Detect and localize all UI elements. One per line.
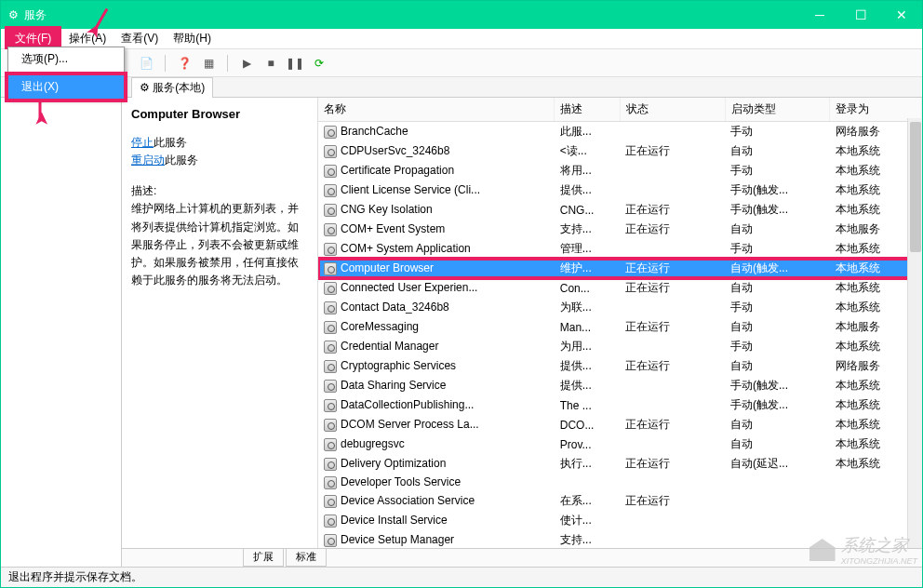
export-button[interactable]: 📄: [137, 54, 155, 73]
table-row[interactable]: Delivery Optimization执行...正在运行自动(延迟...本地…: [318, 454, 922, 474]
stop-button[interactable]: ■: [261, 54, 280, 73]
svc-startup: 自动: [725, 356, 830, 376]
gear-icon: [324, 534, 337, 547]
table-row[interactable]: Connected User Experien...Con...正在运行自动本地…: [318, 278, 922, 298]
help-button[interactable]: ❓: [175, 54, 194, 73]
gear-icon: [324, 243, 337, 256]
svc-desc: 此服...: [555, 122, 620, 142]
grid-button[interactable]: ▦: [199, 54, 218, 73]
table-row[interactable]: COM+ Event System支持...正在运行自动本地服务: [318, 220, 922, 239]
svc-name: Delivery Optimization: [341, 457, 446, 470]
gear-icon: [324, 165, 337, 178]
table-row[interactable]: Device Association Service在系...正在运行: [318, 491, 922, 511]
table-row[interactable]: CoreMessagingMan...正在运行自动本地服务: [318, 317, 922, 337]
table-row[interactable]: Credential Manager为用...手动本地系统: [318, 337, 922, 356]
svc-name: DataCollectionPublishing...: [341, 398, 474, 411]
table-row[interactable]: Computer Browser维护...正在运行自动(触发...本地系统: [318, 259, 922, 278]
close-button[interactable]: ✕: [889, 7, 915, 22]
svc-startup: 手动: [725, 239, 830, 259]
svc-startup: 手动: [725, 161, 830, 180]
svc-desc: The ...: [555, 395, 620, 415]
svc-status: [620, 298, 725, 317]
gear-icon: [324, 282, 337, 295]
table-row[interactable]: Data Sharing Service提供...手动(触发...本地系统: [318, 376, 922, 395]
menu-options[interactable]: 选项(P)...: [8, 47, 124, 71]
table-row[interactable]: Client License Service (Cli...提供...手动(触发…: [318, 180, 922, 200]
svc-status: 正在运行: [620, 141, 725, 161]
gear-icon: [324, 341, 337, 354]
gear-icon: [324, 399, 337, 412]
table-row[interactable]: DataCollectionPublishing...The ...手动(触发.…: [318, 395, 922, 415]
svc-startup: 自动: [725, 415, 830, 434]
svc-status: [620, 337, 725, 356]
svc-status: [620, 376, 725, 395]
detail-title: Computer Browser: [131, 105, 308, 125]
tab-standard[interactable]: 标准: [286, 549, 327, 567]
col-startup[interactable]: 启动类型: [725, 98, 830, 122]
svc-desc: 提供...: [555, 180, 620, 200]
table-row[interactable]: Cryptographic Services提供...正在运行自动网络服务: [318, 356, 922, 376]
svc-desc: Con...: [555, 278, 620, 298]
gear-icon: [324, 126, 337, 139]
svc-name: Connected User Experien...: [341, 281, 477, 294]
table-row[interactable]: COM+ System Application管理...手动本地系统: [318, 239, 922, 259]
maximize-button[interactable]: ☐: [848, 7, 874, 22]
svc-startup: 手动: [725, 298, 830, 317]
services-icon: ⚙: [8, 8, 19, 21]
svc-status: [620, 395, 725, 415]
svc-desc: 提供...: [555, 376, 620, 395]
svc-status: 正在运行: [620, 220, 725, 239]
svc-desc: 为用...: [555, 337, 620, 356]
svc-name: BranchCache: [341, 125, 408, 138]
toolbar: 📄 ❓ ▦ ▶ ■ ❚❚ ⟳: [1, 49, 922, 77]
bottom-tabs: 扩展 标准: [122, 548, 922, 567]
gear-icon: ⚙: [140, 81, 150, 94]
svc-desc: 在系...: [555, 491, 620, 511]
svc-name: Device Setup Manager: [341, 533, 454, 546]
table-row[interactable]: Developer Tools Service: [318, 474, 922, 491]
svc-startup: [725, 530, 830, 548]
col-status[interactable]: 状态: [620, 98, 725, 122]
minimize-button[interactable]: ─: [807, 7, 833, 22]
svc-desc: 提供...: [555, 356, 620, 376]
gear-icon: [324, 514, 337, 528]
svc-status: 正在运行: [620, 278, 725, 298]
table-row[interactable]: CDPUserSvc_3246b8<读...正在运行自动本地系统: [318, 141, 922, 161]
svc-startup: 手动(触发...: [725, 200, 830, 220]
table-row[interactable]: Contact Data_3246b8为联...手动本地系统: [318, 298, 922, 317]
svc-status: 正在运行: [620, 415, 725, 434]
svc-name: Computer Browser: [341, 261, 434, 274]
svc-desc: Man...: [555, 317, 620, 337]
menu-view[interactable]: 查看(V): [114, 29, 166, 48]
service-list[interactable]: 名称 描述 状态 启动类型 登录为 BranchCache此服...手动网络服务…: [317, 98, 922, 548]
col-desc[interactable]: 描述: [555, 98, 620, 122]
table-row[interactable]: BranchCache此服...手动网络服务: [318, 122, 922, 142]
menu-help[interactable]: 帮助(H): [166, 29, 219, 48]
table-row[interactable]: Device Setup Manager支持...: [318, 530, 922, 548]
svc-status: 正在运行: [620, 259, 725, 278]
svc-desc: DCO...: [555, 415, 620, 434]
svc-startup: 自动: [725, 220, 830, 239]
table-row[interactable]: Certificate Propagation将用...手动本地系统: [318, 161, 922, 180]
pause-button[interactable]: ❚❚: [286, 54, 304, 73]
table-row[interactable]: DCOM Server Process La...DCO...正在运行自动本地系…: [318, 415, 922, 434]
tab-services-local[interactable]: ⚙ 服务(本地): [131, 77, 213, 98]
table-row[interactable]: Device Install Service使计...: [318, 511, 922, 530]
table-row[interactable]: debugregsvcProv...自动本地系统: [318, 434, 922, 454]
svc-name: Device Association Service: [341, 494, 475, 507]
svc-name: Credential Manager: [341, 340, 438, 353]
scrollbar[interactable]: [907, 118, 922, 548]
stop-link[interactable]: 停止: [131, 136, 154, 149]
table-row[interactable]: CNG Key IsolationCNG...正在运行手动(触发...本地系统: [318, 200, 922, 220]
restart-link[interactable]: 重启动: [131, 154, 165, 167]
play-button[interactable]: ▶: [237, 54, 256, 73]
svc-name: Developer Tools Service: [341, 475, 461, 488]
menu-exit[interactable]: 退出(X): [5, 72, 127, 102]
scrollbar-thumb[interactable]: [910, 122, 921, 252]
gear-icon: [324, 380, 337, 393]
restart-button[interactable]: ⟳: [310, 54, 328, 73]
col-name[interactable]: 名称: [318, 98, 555, 122]
menu-action[interactable]: 操作(A): [61, 29, 114, 48]
tab-extended[interactable]: 扩展: [243, 549, 284, 567]
svc-status: 正在运行: [620, 356, 725, 376]
